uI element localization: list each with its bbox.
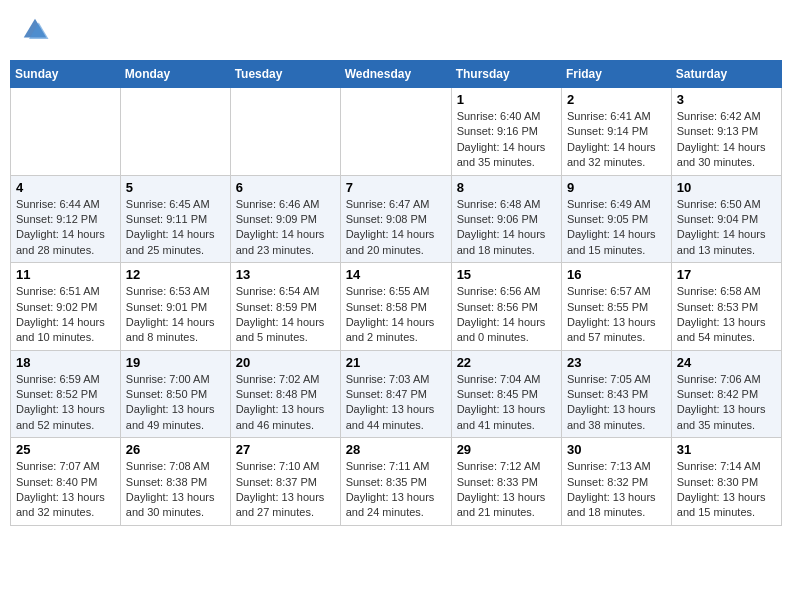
calendar-day-cell: 28Sunrise: 7:11 AM Sunset: 8:35 PM Dayli… [340, 438, 451, 526]
calendar-header-row: SundayMondayTuesdayWednesdayThursdayFrid… [11, 61, 782, 88]
day-number: 31 [677, 442, 776, 457]
day-info: Sunrise: 7:06 AM Sunset: 8:42 PM Dayligh… [677, 372, 776, 434]
day-number: 4 [16, 180, 115, 195]
day-number: 11 [16, 267, 115, 282]
weekday-header: Sunday [11, 61, 121, 88]
day-number: 2 [567, 92, 666, 107]
day-number: 16 [567, 267, 666, 282]
calendar-day-cell: 8Sunrise: 6:48 AM Sunset: 9:06 PM Daylig… [451, 175, 561, 263]
day-number: 22 [457, 355, 556, 370]
calendar-table: SundayMondayTuesdayWednesdayThursdayFrid… [10, 60, 782, 526]
calendar-day-cell: 21Sunrise: 7:03 AM Sunset: 8:47 PM Dayli… [340, 350, 451, 438]
calendar-day-cell: 24Sunrise: 7:06 AM Sunset: 8:42 PM Dayli… [671, 350, 781, 438]
day-info: Sunrise: 7:11 AM Sunset: 8:35 PM Dayligh… [346, 459, 446, 521]
calendar-day-cell: 29Sunrise: 7:12 AM Sunset: 8:33 PM Dayli… [451, 438, 561, 526]
calendar-week-row: 1Sunrise: 6:40 AM Sunset: 9:16 PM Daylig… [11, 88, 782, 176]
day-info: Sunrise: 7:02 AM Sunset: 8:48 PM Dayligh… [236, 372, 335, 434]
day-number: 25 [16, 442, 115, 457]
day-number: 21 [346, 355, 446, 370]
day-info: Sunrise: 6:54 AM Sunset: 8:59 PM Dayligh… [236, 284, 335, 346]
calendar-day-cell: 9Sunrise: 6:49 AM Sunset: 9:05 PM Daylig… [561, 175, 671, 263]
day-info: Sunrise: 6:51 AM Sunset: 9:02 PM Dayligh… [16, 284, 115, 346]
weekday-header: Wednesday [340, 61, 451, 88]
calendar-day-cell: 27Sunrise: 7:10 AM Sunset: 8:37 PM Dayli… [230, 438, 340, 526]
calendar-day-cell: 13Sunrise: 6:54 AM Sunset: 8:59 PM Dayli… [230, 263, 340, 351]
calendar-day-cell: 18Sunrise: 6:59 AM Sunset: 8:52 PM Dayli… [11, 350, 121, 438]
day-number: 5 [126, 180, 225, 195]
calendar-day-cell: 2Sunrise: 6:41 AM Sunset: 9:14 PM Daylig… [561, 88, 671, 176]
day-number: 13 [236, 267, 335, 282]
calendar-day-cell [340, 88, 451, 176]
calendar-week-row: 11Sunrise: 6:51 AM Sunset: 9:02 PM Dayli… [11, 263, 782, 351]
page-header [10, 10, 782, 50]
weekday-header: Monday [120, 61, 230, 88]
day-info: Sunrise: 6:49 AM Sunset: 9:05 PM Dayligh… [567, 197, 666, 259]
day-info: Sunrise: 7:05 AM Sunset: 8:43 PM Dayligh… [567, 372, 666, 434]
calendar-day-cell [230, 88, 340, 176]
day-number: 29 [457, 442, 556, 457]
day-info: Sunrise: 7:07 AM Sunset: 8:40 PM Dayligh… [16, 459, 115, 521]
day-info: Sunrise: 6:56 AM Sunset: 8:56 PM Dayligh… [457, 284, 556, 346]
day-info: Sunrise: 6:47 AM Sunset: 9:08 PM Dayligh… [346, 197, 446, 259]
day-info: Sunrise: 6:55 AM Sunset: 8:58 PM Dayligh… [346, 284, 446, 346]
calendar-day-cell: 26Sunrise: 7:08 AM Sunset: 8:38 PM Dayli… [120, 438, 230, 526]
day-number: 27 [236, 442, 335, 457]
calendar-day-cell: 14Sunrise: 6:55 AM Sunset: 8:58 PM Dayli… [340, 263, 451, 351]
calendar-day-cell: 10Sunrise: 6:50 AM Sunset: 9:04 PM Dayli… [671, 175, 781, 263]
day-info: Sunrise: 6:58 AM Sunset: 8:53 PM Dayligh… [677, 284, 776, 346]
day-number: 20 [236, 355, 335, 370]
day-info: Sunrise: 6:50 AM Sunset: 9:04 PM Dayligh… [677, 197, 776, 259]
day-info: Sunrise: 6:57 AM Sunset: 8:55 PM Dayligh… [567, 284, 666, 346]
day-info: Sunrise: 6:40 AM Sunset: 9:16 PM Dayligh… [457, 109, 556, 171]
day-info: Sunrise: 7:04 AM Sunset: 8:45 PM Dayligh… [457, 372, 556, 434]
day-info: Sunrise: 6:59 AM Sunset: 8:52 PM Dayligh… [16, 372, 115, 434]
day-number: 19 [126, 355, 225, 370]
day-number: 3 [677, 92, 776, 107]
day-number: 30 [567, 442, 666, 457]
calendar-day-cell: 17Sunrise: 6:58 AM Sunset: 8:53 PM Dayli… [671, 263, 781, 351]
day-number: 14 [346, 267, 446, 282]
calendar-day-cell: 11Sunrise: 6:51 AM Sunset: 9:02 PM Dayli… [11, 263, 121, 351]
day-number: 8 [457, 180, 556, 195]
day-info: Sunrise: 7:08 AM Sunset: 8:38 PM Dayligh… [126, 459, 225, 521]
day-number: 7 [346, 180, 446, 195]
day-number: 9 [567, 180, 666, 195]
weekday-header: Saturday [671, 61, 781, 88]
day-number: 18 [16, 355, 115, 370]
day-number: 24 [677, 355, 776, 370]
day-info: Sunrise: 7:12 AM Sunset: 8:33 PM Dayligh… [457, 459, 556, 521]
calendar-week-row: 25Sunrise: 7:07 AM Sunset: 8:40 PM Dayli… [11, 438, 782, 526]
weekday-header: Thursday [451, 61, 561, 88]
day-number: 15 [457, 267, 556, 282]
calendar-week-row: 18Sunrise: 6:59 AM Sunset: 8:52 PM Dayli… [11, 350, 782, 438]
day-number: 1 [457, 92, 556, 107]
logo [20, 15, 53, 45]
day-info: Sunrise: 7:10 AM Sunset: 8:37 PM Dayligh… [236, 459, 335, 521]
logo-icon [20, 15, 50, 45]
day-info: Sunrise: 6:46 AM Sunset: 9:09 PM Dayligh… [236, 197, 335, 259]
calendar-day-cell: 22Sunrise: 7:04 AM Sunset: 8:45 PM Dayli… [451, 350, 561, 438]
day-number: 23 [567, 355, 666, 370]
calendar-day-cell: 4Sunrise: 6:44 AM Sunset: 9:12 PM Daylig… [11, 175, 121, 263]
day-number: 10 [677, 180, 776, 195]
day-number: 28 [346, 442, 446, 457]
calendar-day-cell: 20Sunrise: 7:02 AM Sunset: 8:48 PM Dayli… [230, 350, 340, 438]
calendar-day-cell: 3Sunrise: 6:42 AM Sunset: 9:13 PM Daylig… [671, 88, 781, 176]
calendar-day-cell: 5Sunrise: 6:45 AM Sunset: 9:11 PM Daylig… [120, 175, 230, 263]
day-info: Sunrise: 6:41 AM Sunset: 9:14 PM Dayligh… [567, 109, 666, 171]
day-info: Sunrise: 7:03 AM Sunset: 8:47 PM Dayligh… [346, 372, 446, 434]
day-number: 6 [236, 180, 335, 195]
calendar-day-cell: 30Sunrise: 7:13 AM Sunset: 8:32 PM Dayli… [561, 438, 671, 526]
calendar-day-cell: 1Sunrise: 6:40 AM Sunset: 9:16 PM Daylig… [451, 88, 561, 176]
day-info: Sunrise: 7:13 AM Sunset: 8:32 PM Dayligh… [567, 459, 666, 521]
calendar-day-cell: 7Sunrise: 6:47 AM Sunset: 9:08 PM Daylig… [340, 175, 451, 263]
day-info: Sunrise: 6:45 AM Sunset: 9:11 PM Dayligh… [126, 197, 225, 259]
calendar-day-cell: 6Sunrise: 6:46 AM Sunset: 9:09 PM Daylig… [230, 175, 340, 263]
day-number: 12 [126, 267, 225, 282]
day-info: Sunrise: 6:44 AM Sunset: 9:12 PM Dayligh… [16, 197, 115, 259]
day-info: Sunrise: 7:14 AM Sunset: 8:30 PM Dayligh… [677, 459, 776, 521]
calendar-day-cell: 25Sunrise: 7:07 AM Sunset: 8:40 PM Dayli… [11, 438, 121, 526]
calendar-day-cell: 15Sunrise: 6:56 AM Sunset: 8:56 PM Dayli… [451, 263, 561, 351]
weekday-header: Tuesday [230, 61, 340, 88]
day-info: Sunrise: 7:00 AM Sunset: 8:50 PM Dayligh… [126, 372, 225, 434]
